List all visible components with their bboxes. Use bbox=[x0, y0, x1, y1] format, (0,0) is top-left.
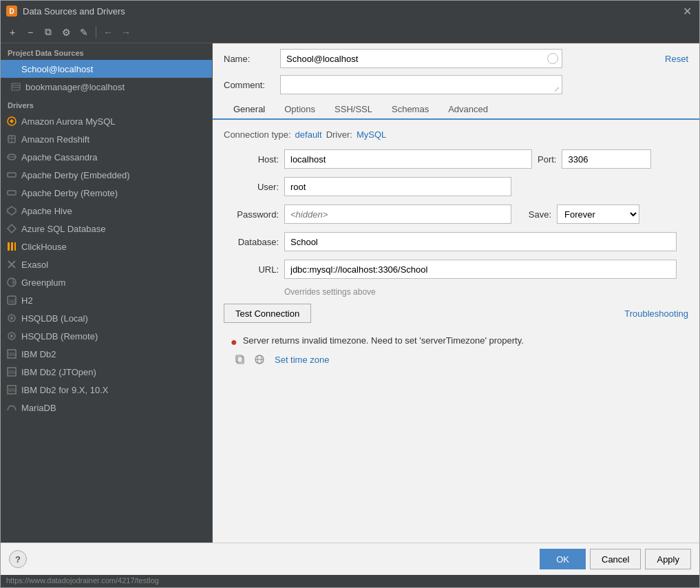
test-connection-button[interactable]: Test Connection bbox=[224, 304, 311, 323]
close-button[interactable]: ✕ bbox=[680, 4, 694, 18]
name-input[interactable] bbox=[280, 49, 562, 68]
url-row: URL: bbox=[224, 260, 688, 279]
driver-label: Driver: bbox=[326, 129, 352, 140]
apache-hive-icon bbox=[6, 205, 17, 216]
sidebar-item-bookmanager-localhost[interactable]: bookmanager@localhost bbox=[1, 78, 212, 96]
error-icon: ● bbox=[231, 336, 237, 348]
sidebar-item-apache-derby-remote[interactable]: Apache Derby (Remote) bbox=[1, 184, 212, 202]
user-label: User: bbox=[224, 182, 279, 192]
password-label: Password: bbox=[224, 209, 279, 220]
port-group: Port: bbox=[538, 149, 651, 169]
svg-text:IBM: IBM bbox=[8, 370, 17, 375]
apply-button[interactable]: Apply bbox=[645, 549, 691, 569]
reset-link[interactable]: Reset bbox=[665, 54, 688, 64]
ibm-db2-9x-label: IBM Db2 for 9.X, 10.X bbox=[21, 385, 108, 395]
database-input[interactable] bbox=[284, 232, 677, 251]
port-label: Port: bbox=[538, 154, 556, 165]
sidebar-item-h2[interactable]: H2 H2 bbox=[1, 291, 212, 309]
dialog-title: Data Sources and Drivers bbox=[23, 6, 680, 17]
sidebar: Project Data Sources School@localhost bbox=[1, 43, 213, 543]
tab-ssh-ssl[interactable]: SSH/SSL bbox=[325, 100, 382, 120]
comment-label: Comment: bbox=[224, 80, 272, 90]
exasol-icon bbox=[6, 259, 17, 270]
password-input[interactable] bbox=[284, 204, 511, 224]
comment-input[interactable] bbox=[280, 75, 562, 94]
forward-button[interactable]: → bbox=[118, 25, 134, 40]
tab-options[interactable]: Options bbox=[275, 100, 325, 120]
apache-hive-label: Apache Hive bbox=[21, 206, 72, 216]
ibm-db2-jtopen-label: IBM Db2 (JTOpen) bbox=[21, 367, 96, 377]
sidebar-item-school-localhost[interactable]: School@localhost bbox=[1, 60, 212, 78]
sidebar-item-exasol[interactable]: Exasol bbox=[1, 255, 212, 273]
password-row: Password: Save: Forever For session Neve… bbox=[224, 204, 688, 224]
tab-advanced[interactable]: Advanced bbox=[438, 100, 498, 120]
azure-sql-label: Azure SQL Database bbox=[21, 224, 105, 234]
ibm-db2-9x-icon: IBM bbox=[6, 384, 17, 395]
error-row: ● Server returns invalid timezone. Need … bbox=[231, 335, 681, 348]
ok-button[interactable]: OK bbox=[540, 549, 586, 569]
project-data-sources-label: Project Data Sources bbox=[1, 43, 212, 60]
ibm-db2-jtopen-icon: IBM bbox=[6, 366, 17, 377]
svg-text:IBM: IBM bbox=[8, 352, 17, 357]
error-section: ● Server returns invalid timezone. Need … bbox=[224, 330, 688, 372]
exasol-label: Exasol bbox=[21, 260, 48, 270]
set-timezone-link[interactable]: Set time zone bbox=[275, 355, 330, 365]
mariadb-icon bbox=[6, 402, 17, 413]
set-timezone-globe-icon[interactable] bbox=[253, 353, 266, 366]
add-button[interactable]: + bbox=[5, 25, 20, 40]
settings-button[interactable]: ⚙ bbox=[59, 25, 74, 40]
sidebar-item-amazon-aurora[interactable]: Amazon Aurora MySQL bbox=[1, 112, 212, 130]
copy-error-button[interactable] bbox=[233, 353, 247, 366]
sidebar-item-ibm-db2-jtopen[interactable]: IBM IBM Db2 (JTOpen) bbox=[1, 363, 212, 381]
sidebar-item-mariadb[interactable]: MariaDB bbox=[1, 399, 212, 417]
comment-row: Comment: ⤢ bbox=[213, 74, 699, 100]
apache-cassandra-label: Apache Cassandra bbox=[21, 152, 98, 162]
clickhouse-label: ClickHouse bbox=[21, 242, 67, 252]
sidebar-item-amazon-redshift[interactable]: Amazon Redshift bbox=[1, 130, 212, 148]
amazon-aurora-label: Amazon Aurora MySQL bbox=[21, 116, 116, 127]
sidebar-item-ibm-db2-9x[interactable]: IBM IBM Db2 for 9.X, 10.X bbox=[1, 381, 212, 399]
sidebar-item-azure-sql[interactable]: Azure SQL Database bbox=[1, 220, 212, 238]
svg-rect-16 bbox=[8, 242, 10, 251]
sidebar-item-apache-hive[interactable]: Apache Hive bbox=[1, 202, 212, 220]
right-panel: Name: Reset Comment: ⤢ General Options bbox=[213, 43, 699, 543]
sidebar-item-apache-derby-embedded[interactable]: Apache Derby (Embedded) bbox=[1, 166, 212, 184]
ibm-db2-icon: IBM bbox=[6, 348, 17, 359]
amazon-redshift-icon bbox=[6, 134, 17, 145]
help-button[interactable]: ? bbox=[9, 550, 27, 568]
troubleshooting-link[interactable]: Troubleshooting bbox=[624, 308, 688, 319]
host-input[interactable] bbox=[284, 149, 532, 169]
svg-marker-15 bbox=[8, 224, 16, 233]
sidebar-item-greenplum[interactable]: Greenplum bbox=[1, 273, 212, 291]
sidebar-item-clickhouse[interactable]: ClickHouse bbox=[1, 238, 212, 255]
clickhouse-icon bbox=[6, 241, 17, 252]
url-input[interactable] bbox=[284, 260, 677, 279]
apache-derby-remote-label: Apache Derby (Remote) bbox=[21, 188, 118, 198]
tab-schemas[interactable]: Schemas bbox=[382, 100, 438, 120]
sidebar-item-hsqldb-remote[interactable]: HSQLDB (Remote) bbox=[1, 327, 212, 345]
edit-paths-button[interactable]: ✎ bbox=[76, 25, 92, 40]
save-select[interactable]: Forever For session Never Until restart bbox=[557, 204, 639, 224]
cancel-button[interactable]: Cancel bbox=[590, 549, 641, 569]
back-button[interactable]: ← bbox=[100, 25, 116, 40]
sidebar-item-hsqldb-local[interactable]: HSQLDB (Local) bbox=[1, 309, 212, 327]
svg-rect-12 bbox=[8, 173, 16, 177]
driver-link[interactable]: MySQL bbox=[357, 129, 386, 140]
duplicate-button[interactable]: ⧉ bbox=[41, 25, 56, 40]
connection-type-label: Connection type: bbox=[224, 129, 291, 140]
h2-icon: H2 bbox=[6, 295, 17, 306]
toolbar: + − ⧉ ⚙ ✎ ← → bbox=[1, 21, 699, 43]
connection-type-link[interactable]: default bbox=[295, 129, 322, 140]
status-bar: https://www.datadojodrainer.com/4217/tes… bbox=[1, 575, 699, 587]
sidebar-item-apache-cassandra[interactable]: Apache Cassandra bbox=[1, 148, 212, 166]
database-label: Database: bbox=[224, 237, 279, 247]
svg-point-25 bbox=[10, 317, 13, 319]
tab-general[interactable]: General bbox=[224, 100, 275, 120]
toolbar-divider bbox=[96, 26, 96, 39]
sidebar-item-ibm-db2[interactable]: IBM IBM Db2 bbox=[1, 345, 212, 363]
form-area: Connection type: default Driver: MySQL H… bbox=[213, 120, 699, 543]
port-input[interactable] bbox=[562, 149, 651, 169]
remove-button[interactable]: − bbox=[23, 25, 38, 40]
svg-rect-18 bbox=[14, 242, 16, 251]
user-input[interactable] bbox=[284, 177, 511, 196]
